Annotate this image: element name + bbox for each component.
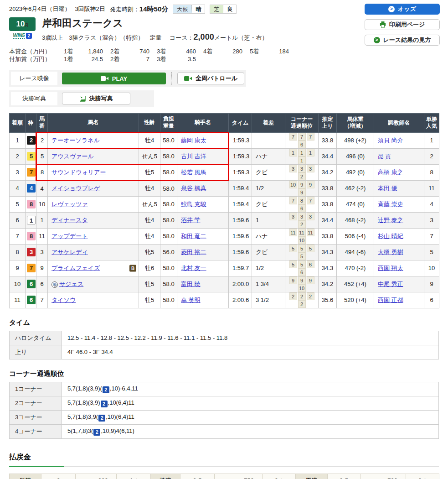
prize-place: 1着 [64,55,80,63]
jockey-link[interactable]: 古川 吉洋 [181,153,206,160]
photo-finish-button[interactable]: 決勝写真 [62,93,130,104]
odds-button[interactable]: > オッズ [365,4,440,15]
jockey-link[interactable]: 富田 暁 [181,281,201,287]
finish-position: 3 [10,164,26,180]
horse-link[interactable]: プライムフェイズ [51,265,100,271]
horse-link[interactable]: テーオーソラネル [51,137,100,144]
payout-selection: 2 [41,474,76,479]
finish-time: 1:59.6 [229,228,252,244]
finish-position: 10 [10,276,26,292]
corner-positions: 1111 [285,148,319,164]
corner-row-value: 5,7(1,8)(3,9)(2,10)-6,4,11 [62,382,439,396]
horse-link[interactable]: サジェス [59,281,83,287]
results-guide-button[interactable]: > レース結果の見方 [365,35,440,46]
jockey-link[interactable]: 藤岡 康太 [181,137,206,144]
corner-positions: 7776 [285,132,319,148]
last-3f: 34.2 [319,164,337,180]
win5-slot-number: 2 [26,33,32,39]
horse-link[interactable]: アウスヴァール [51,153,94,160]
trainer-link[interactable]: 本田 優 [378,185,397,192]
column-header: 着順 [10,114,26,132]
play-button[interactable]: PLAY [62,73,166,84]
sex-age: 牡4 [139,212,160,228]
horse-link[interactable]: タイソウ [51,297,76,303]
sex-age: 牡5 [139,292,160,308]
last-3f: 34.3 [319,244,337,260]
jockey-link[interactable]: 松若 風馬 [181,169,206,176]
jockey-link[interactable]: 鮫島 克駿 [181,201,206,208]
patrol-video-button[interactable]: 全周パトロール [177,73,244,84]
horse-link[interactable]: アップデート [51,233,88,240]
trainer-cell: 本田 優 [374,180,424,196]
bracket-cell: 5 [26,148,36,164]
load-weight: 58.0 [160,228,177,244]
trainer-link[interactable]: 西園 翔太 [378,265,403,271]
horse-link[interactable]: ディナースタ [51,217,88,224]
horse-link[interactable]: メイショウブレゲ [51,185,100,192]
jockey-link[interactable]: 北村 友一 [181,265,206,271]
win-popularity: 5 [424,244,439,260]
horse-weight: 462 (-2) [337,180,374,196]
corner-positions: 11111110 [285,228,319,244]
jockey-link[interactable]: 菱田 裕二 [181,249,206,255]
corner-positions: 5555 [285,244,319,260]
horse-link[interactable]: サウンドウォリアー [51,169,106,176]
horse-weight: 506 (-4) [337,228,374,244]
trainer-link[interactable]: 杉山 晴紀 [378,233,403,240]
corner-row: 3コーナー5,7(1,8)3,9(2,10)(6,4)11 [10,410,439,424]
race-date: 2023年6月4日（日曜） [9,5,70,13]
jockey-link[interactable]: 酒井 学 [181,217,201,224]
corner-positions: 2222 [285,292,319,308]
time-row-value: 12.5 - 11.4 - 12.8 - 12.5 - 12.2 - 11.9 … [62,331,439,345]
horse-weight: 496 (0) [337,148,374,164]
prize-place: 2着 [110,47,127,55]
column-header: 負担重量 [160,114,177,132]
result-row: 833アサケレディ牝556.0菱田 裕二1:59.6クビ555534.3494 … [10,244,439,260]
jockey-cell: 古川 吉洋 [177,148,229,164]
win5-logo: WIN5 [13,32,25,39]
trainer-link[interactable]: 西園 正都 [378,297,403,303]
corner-position-value: 5 [298,252,306,260]
finish-time: 1:59.6 [229,212,252,228]
corner-order-table: 1コーナー5,7(1,8)(3,9)(2,10)-6,4,112コーナー5,7(… [9,382,439,439]
trainer-link[interactable]: 中尾 秀正 [378,281,403,287]
horse-number: 11 [36,228,48,244]
last-3f: 33.8 [319,228,337,244]
horse-link[interactable]: レヴェッツァ [51,201,88,208]
jockey-link[interactable]: 幸 英明 [181,297,201,303]
jockey-link[interactable]: 泉谷 楓真 [181,185,206,192]
prize-amount: 24.5 [80,55,103,63]
time-section-heading: タイム [9,318,439,327]
horse-number: 9 [36,260,48,276]
result-row: 611ディナースタ牡458.0酒井 学1:59.61333234.4468 (-… [10,212,439,228]
horse-link[interactable]: アサケレディ [51,249,88,255]
sex-age: 牡4 [139,228,160,244]
horse-name-cell: 地サジェス [48,276,139,292]
column-header: 枠 [26,114,36,132]
trainer-cell: 斉藤 崇史 [374,196,424,212]
divider [171,72,172,85]
corner-position-value: 3 [298,165,306,172]
bracket-cell: 8 [26,196,36,212]
jockey-link[interactable]: 和田 竜二 [181,233,206,240]
load-weight: 58.0 [160,132,177,148]
trainer-link[interactable]: 辻野 泰之 [378,217,403,224]
trainer-link[interactable]: 昆 貢 [378,153,391,160]
trainer-link[interactable]: 斉藤 崇史 [378,201,403,208]
print-page-button[interactable]: 印刷用ページ [365,19,440,30]
last-3f: 33.8 [319,180,337,196]
column-header: 推定上り [319,114,337,132]
corner-position-value: 5 [298,260,306,268]
result-row: 1167タイソウ牡558.0幸 英明2:00.63 1/2222235.6520… [10,292,439,308]
winner-number-badge: 2 [93,429,100,436]
finish-time: 2:00.0 [229,276,252,292]
trainer-link[interactable]: 大橋 勇樹 [378,249,403,255]
trainer-link[interactable]: 高橋 康之 [378,169,403,176]
corner-position-value: 3 [307,213,314,220]
corner-position-value: 10 [298,236,306,244]
trainer-link[interactable]: 須貝 尚介 [378,137,403,144]
finish-position: 6 [10,212,26,228]
prize-amount: 3.5 [173,55,196,63]
margin: 3 1/2 [252,292,285,308]
win5-badge: WIN5 2 [9,32,36,39]
